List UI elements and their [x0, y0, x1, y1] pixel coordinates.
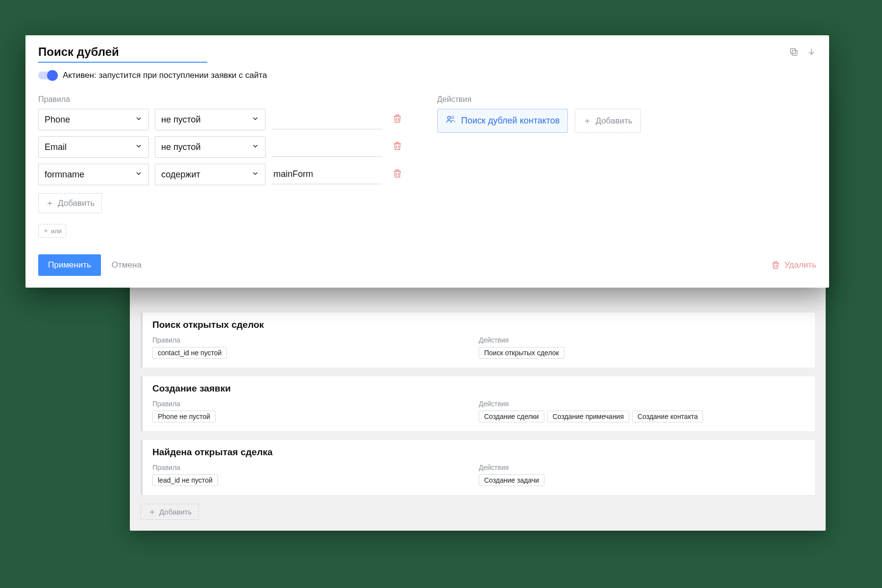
rule-field-value: formname	[45, 170, 84, 180]
plus-icon: ＋	[43, 226, 49, 235]
add-workflow-label: Добавить	[159, 508, 192, 516]
action-tag: Создание примечания	[547, 411, 629, 422]
workflow-editor: Поиск дублей Активен: запустится при пос…	[25, 35, 829, 288]
actions-label: Действия	[479, 400, 805, 408]
plus-icon: ＋	[583, 115, 591, 126]
rule-field-value: Email	[45, 142, 67, 152]
delete-button-label: Удалить	[784, 260, 816, 270]
add-action-button[interactable]: ＋ Добавить	[575, 109, 640, 133]
action-pill-label: Поиск дублей контактов	[461, 116, 560, 126]
chevron-down-icon	[251, 115, 259, 125]
rule-field-select[interactable]: Phone	[38, 109, 149, 130]
actions-section-label: Действия	[437, 95, 816, 104]
add-workflow-button[interactable]: ＋ Добавить	[141, 504, 199, 520]
action-pill[interactable]: Поиск дублей контактов	[437, 109, 568, 133]
rule-operator-value: содержит	[161, 170, 200, 180]
rule-field-select[interactable]: Email	[38, 136, 149, 158]
rule-tag: contact_id не пустой	[152, 347, 227, 359]
delete-rule-button[interactable]	[392, 113, 403, 126]
workflow-card-title: Найдена открытая сделка	[152, 447, 805, 458]
delete-rule-button[interactable]	[392, 168, 403, 181]
rule-value-input[interactable]	[271, 165, 382, 184]
add-rule-button[interactable]: ＋ Добавить	[38, 193, 102, 213]
add-or-group-button[interactable]: ＋ или	[38, 224, 66, 238]
apply-button[interactable]: Применить	[38, 254, 101, 276]
add-rule-label: Добавить	[58, 198, 95, 208]
rule-tag: Phone не пустой	[152, 411, 216, 422]
svg-rect-0	[792, 50, 797, 55]
chevron-down-icon	[135, 115, 143, 125]
delete-rule-button[interactable]	[392, 141, 403, 153]
chevron-down-icon	[251, 170, 259, 180]
rule-operator-select[interactable]: содержит	[155, 164, 266, 185]
active-label: Активен: запустится при поступлении заяв…	[63, 71, 267, 80]
copy-icon[interactable]	[789, 47, 799, 57]
workflow-card[interactable]: Найдена открытая сделка Правила lead_id …	[141, 440, 815, 495]
workflow-card-title: Поиск открытых сделок	[152, 319, 805, 330]
rule-row: formname содержит	[38, 164, 425, 185]
workflow-card-title: Создание заявки	[152, 383, 805, 394]
rule-operator-value: не пустой	[161, 142, 201, 152]
editor-title[interactable]: Поиск дублей	[38, 45, 207, 63]
contacts-dedup-icon	[445, 114, 456, 127]
rules-label: Правила	[152, 464, 479, 471]
rules-section-label: Правила	[38, 95, 425, 104]
plus-icon: ＋	[46, 197, 54, 209]
rule-value-input[interactable]	[271, 137, 382, 157]
workflow-card[interactable]: Создание заявки Правила Phone не пустой …	[141, 376, 815, 431]
action-tag: Создание задачи	[479, 474, 544, 486]
chevron-down-icon	[135, 142, 143, 152]
action-tag: Поиск открытых сделок	[479, 347, 564, 359]
plus-icon: ＋	[148, 508, 156, 516]
workflow-card[interactable]: Поиск открытых сделок Правила contact_id…	[141, 313, 815, 368]
rule-operator-select[interactable]: не пустой	[155, 136, 266, 158]
active-toggle[interactable]	[38, 72, 57, 79]
rules-label: Правила	[152, 336, 479, 344]
cancel-button[interactable]: Отмена	[112, 260, 142, 270]
svg-rect-1	[790, 49, 795, 53]
rule-field-value: Phone	[45, 115, 70, 125]
rules-label: Правила	[152, 400, 479, 408]
rule-operator-value: не пустой	[161, 115, 201, 125]
chevron-down-icon	[251, 142, 259, 152]
svg-point-3	[451, 116, 453, 118]
delete-button[interactable]: Удалить	[771, 260, 816, 270]
rule-value-input[interactable]	[271, 110, 382, 129]
rule-row: Email не пустой	[38, 136, 425, 158]
chevron-down-icon	[135, 170, 143, 180]
rule-field-select[interactable]: formname	[38, 164, 149, 185]
add-action-label: Добавить	[595, 116, 632, 126]
action-tag: Создание сделки	[479, 411, 544, 422]
rule-operator-select[interactable]: не пустой	[155, 109, 266, 130]
actions-label: Действия	[479, 336, 805, 344]
or-label: или	[51, 227, 62, 235]
action-tag: Создание контакта	[632, 411, 703, 422]
arrow-down-icon[interactable]	[807, 47, 816, 57]
svg-point-2	[447, 116, 450, 119]
actions-label: Действия	[479, 464, 805, 471]
rule-tag: lead_id не пустой	[152, 474, 218, 486]
rule-row: Phone не пустой	[38, 109, 425, 130]
